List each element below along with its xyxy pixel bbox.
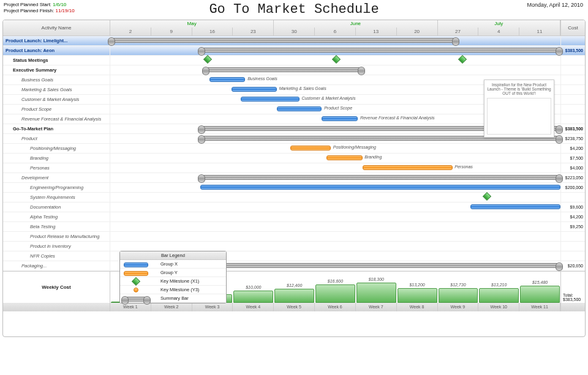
gantt-bar[interactable] bbox=[200, 175, 560, 180]
gantt-bar[interactable] bbox=[290, 146, 331, 150]
timeline-cell[interactable]: Positioning/Messaging bbox=[110, 144, 560, 153]
header: Project Planned Start: 1/6/10 Project Pl… bbox=[0, 0, 588, 18]
timeline-cell[interactable] bbox=[110, 65, 560, 75]
cost-cell: $383,500 bbox=[560, 46, 585, 55]
day-header[interactable]: 11 bbox=[519, 28, 560, 36]
gantt-row[interactable]: PersonasPersonas$4,000 bbox=[3, 163, 585, 173]
cost-cell bbox=[560, 114, 585, 124]
timeline-header[interactable]: MayJuneJuly 291623306132027411 bbox=[110, 20, 560, 35]
month-header[interactable]: July bbox=[438, 20, 560, 28]
gantt-row[interactable]: Alpha Testing$4,200 bbox=[3, 212, 585, 222]
day-header[interactable]: 30 bbox=[274, 28, 315, 36]
gantt-row[interactable]: Development$223,050 bbox=[3, 173, 585, 183]
gantt-row[interactable]: Product Launch: Aeon$383,500 bbox=[3, 46, 585, 56]
timeline-cell[interactable] bbox=[110, 36, 560, 45]
gantt-bar[interactable] bbox=[363, 165, 453, 170]
weekly-bar[interactable]: $18,300 bbox=[356, 283, 396, 303]
gantt-row[interactable]: Status Meetings bbox=[3, 56, 585, 65]
timeline-cell[interactable] bbox=[110, 232, 560, 241]
milestone-icon[interactable] bbox=[332, 55, 341, 64]
timeline-cell[interactable] bbox=[110, 173, 560, 182]
timeline-cell[interactable] bbox=[110, 183, 560, 192]
weekly-value: $12,400 bbox=[275, 283, 314, 288]
weekly-bar[interactable]: $12,730 bbox=[439, 288, 478, 303]
day-header[interactable]: 23 bbox=[233, 28, 274, 36]
timeline-cell[interactable] bbox=[110, 242, 560, 251]
timeline-cell[interactable]: Branding bbox=[110, 154, 560, 163]
bar-label: Revenue Forecast & Financial Analysis bbox=[360, 116, 435, 120]
gantt-row[interactable]: Packaging...$20,650 bbox=[3, 261, 585, 271]
gantt-row[interactable]: NFR Copies bbox=[3, 251, 585, 261]
day-header[interactable]: 27 bbox=[438, 28, 479, 36]
timeline-cell[interactable] bbox=[110, 193, 560, 202]
weekly-bar[interactable]: $16,600 bbox=[315, 284, 355, 303]
cost-cell: $238,750 bbox=[560, 134, 585, 143]
legend-label: Summary Bar bbox=[160, 295, 189, 301]
timeline-cell[interactable] bbox=[110, 56, 560, 65]
gantt-bar[interactable] bbox=[110, 38, 457, 43]
timeline-cell[interactable] bbox=[110, 46, 560, 55]
gantt-bar[interactable] bbox=[232, 87, 277, 92]
gantt-bar[interactable] bbox=[277, 106, 322, 111]
gantt-row[interactable]: Positioning/MessagingPositioning/Messagi… bbox=[3, 144, 585, 154]
gantt-row[interactable]: Product Launch: Limelight... bbox=[3, 36, 585, 46]
weekly-value: $13,210 bbox=[480, 283, 518, 287]
gantt-row[interactable]: Product in Inventory bbox=[3, 242, 585, 251]
gantt-row[interactable]: Engineering/Programming$200,000 bbox=[3, 183, 585, 193]
gantt-bar[interactable] bbox=[200, 185, 560, 190]
gantt-bar[interactable] bbox=[200, 48, 560, 53]
gantt-frame: Activity Name MayJuneJuly 29162330613202… bbox=[2, 20, 586, 337]
weekly-bar[interactable]: $10,000 bbox=[233, 291, 273, 303]
timeline-cell[interactable] bbox=[110, 222, 560, 231]
milestone-icon[interactable] bbox=[483, 192, 491, 201]
gantt-row[interactable]: Product Release to Manufacturing bbox=[3, 232, 585, 242]
gantt-row[interactable]: BrandingBranding$7,500 bbox=[3, 154, 585, 163]
gantt-row[interactable]: System Requirements bbox=[3, 193, 585, 202]
milestone-icon[interactable] bbox=[458, 55, 467, 64]
day-header[interactable]: 9 bbox=[151, 28, 192, 36]
day-header[interactable]: 13 bbox=[356, 28, 397, 36]
column-header: Activity Name MayJuneJuly 29162330613202… bbox=[3, 20, 585, 36]
cost-cell bbox=[560, 36, 585, 45]
weekly-bar[interactable]: $15,480 bbox=[520, 286, 560, 303]
gantt-bar[interactable] bbox=[326, 155, 363, 160]
cost-cell: $4,200 bbox=[560, 144, 585, 153]
legend-swatch bbox=[124, 297, 148, 300]
gantt-row[interactable]: Documentation$9,600 bbox=[3, 202, 585, 212]
activity-name: Product Launch: Limelight... bbox=[3, 36, 110, 45]
legend-item: Key Milestone (X1) bbox=[120, 277, 226, 286]
gantt-bar[interactable] bbox=[205, 67, 362, 72]
bar-legend[interactable]: Bar Legend Group XGroup YKey Milestone (… bbox=[119, 251, 227, 303]
day-header[interactable]: 20 bbox=[397, 28, 438, 36]
activity-header[interactable]: Activity Name bbox=[3, 20, 110, 35]
gantt-bar[interactable] bbox=[322, 116, 358, 121]
gantt-bar[interactable] bbox=[209, 77, 246, 82]
weekly-bar[interactable]: $13,210 bbox=[479, 288, 519, 303]
activity-name: Customer & Market Analysis bbox=[3, 95, 110, 104]
legend-label: Key Milestone (Y3) bbox=[160, 287, 199, 292]
week-label: Week 7 bbox=[356, 303, 397, 311]
gantt-row[interactable]: Executive Summary bbox=[3, 65, 585, 75]
milestone-icon[interactable] bbox=[203, 55, 212, 64]
cost-header[interactable]: Cost bbox=[560, 20, 585, 35]
day-header[interactable]: 16 bbox=[192, 28, 233, 36]
timeline-cell[interactable]: Personas bbox=[110, 163, 560, 173]
page-title: Go To Market Schedule bbox=[0, 0, 588, 17]
gantt-row[interactable]: Beta Testing$9,250 bbox=[3, 222, 585, 232]
inspiration-callout[interactable]: Inspiration for the New Product Launch -… bbox=[484, 80, 554, 138]
weekly-bar[interactable]: $13,200 bbox=[398, 288, 437, 303]
gantt-bar[interactable] bbox=[200, 263, 560, 268]
activity-name: Personas bbox=[3, 163, 110, 173]
gantt-bar[interactable] bbox=[470, 204, 560, 209]
cost-cell bbox=[560, 242, 585, 251]
day-header[interactable]: 6 bbox=[315, 28, 356, 36]
timeline-cell[interactable] bbox=[110, 212, 560, 221]
inspiration-text: Inspiration for the New Product Launch -… bbox=[487, 83, 551, 95]
month-header[interactable]: May bbox=[110, 20, 274, 28]
gantt-bar[interactable] bbox=[241, 97, 300, 102]
month-header[interactable]: June bbox=[274, 20, 437, 28]
day-header[interactable]: 2 bbox=[110, 28, 151, 36]
timeline-cell[interactable] bbox=[110, 202, 560, 212]
day-header[interactable]: 4 bbox=[478, 28, 519, 36]
weekly-bar[interactable]: $12,400 bbox=[274, 289, 314, 303]
